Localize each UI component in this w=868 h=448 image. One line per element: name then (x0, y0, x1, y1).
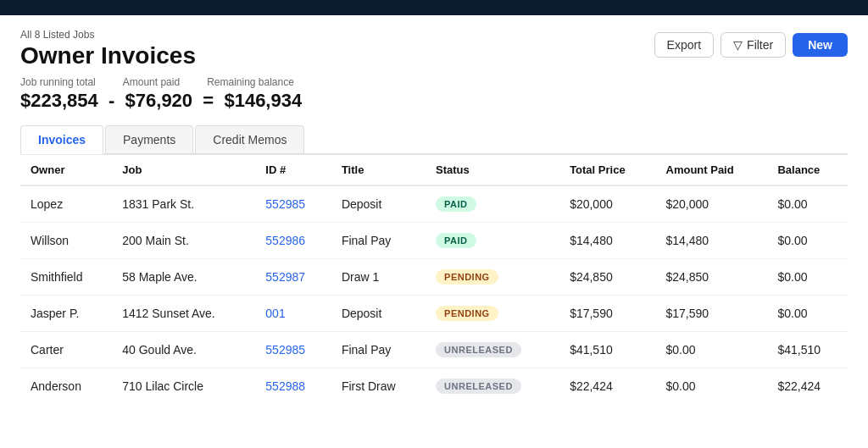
cell-id[interactable]: 552985 (255, 185, 331, 223)
cell-total-price: $17,590 (559, 296, 655, 332)
tabs-row: Invoices Payments Credit Memos (20, 125, 848, 154)
cell-id[interactable]: 552986 (255, 223, 331, 259)
cell-owner: Jasper P. (20, 296, 112, 332)
cell-balance: $0.00 (767, 223, 848, 259)
header-row: All 8 Listed Jobs Owner Invoices Export … (20, 29, 848, 69)
table-row: Jasper P. 1412 Sunset Ave. 001 Deposit P… (20, 296, 848, 332)
page-title: Owner Invoices (20, 42, 196, 69)
export-button[interactable]: Export (654, 32, 714, 58)
cell-status: PENDING (426, 296, 559, 332)
cell-owner: Willson (20, 223, 112, 259)
cell-id[interactable]: 552987 (255, 259, 331, 296)
cell-job: 40 Gould Ave. (112, 332, 255, 368)
cell-amount-paid: $24,850 (656, 259, 768, 296)
tab-credit-memos[interactable]: Credit Memos (195, 125, 304, 153)
summary-section: Job running total Amount paid Remaining … (20, 76, 848, 112)
equals-sign: = (203, 90, 214, 111)
new-label: New (808, 38, 832, 52)
cell-job: 200 Main St. (112, 223, 255, 259)
cell-job: 710 Lilac Circle (112, 368, 255, 405)
cell-title: Deposit (331, 296, 426, 332)
new-button[interactable]: New (793, 33, 848, 57)
cell-amount-paid: $0.00 (656, 332, 768, 368)
summary-values: $223,854 - $76,920 = $146,934 (20, 90, 848, 112)
col-title: Title (331, 155, 426, 186)
filter-button[interactable]: ▽ Filter (721, 32, 786, 58)
table-header-row: Owner Job ID # Title Status Total Price … (20, 155, 848, 186)
cell-amount-paid: $14,480 (656, 223, 768, 259)
cell-title: Draw 1 (331, 259, 426, 296)
cell-title: Final Pay (331, 223, 426, 259)
cell-job: 58 Maple Ave. (112, 259, 255, 296)
filter-label: Filter (747, 38, 773, 52)
table-row: Carter 40 Gould Ave. 552985 Final Pay UN… (20, 332, 848, 368)
filter-icon: ▽ (733, 38, 743, 52)
cell-total-price: $41,510 (559, 332, 655, 368)
cell-amount-paid: $20,000 (656, 185, 768, 223)
export-label: Export (667, 38, 701, 52)
label-amount-paid: Amount paid (123, 76, 180, 88)
cell-title: Final Pay (331, 332, 426, 368)
cell-id[interactable]: 552985 (255, 332, 331, 368)
cell-job: 1831 Park St. (112, 185, 255, 223)
label-running-total: Job running total (20, 76, 96, 88)
col-id: ID # (255, 155, 331, 186)
top-bar (0, 0, 868, 15)
cell-amount-paid: $0.00 (656, 368, 768, 405)
cell-balance: $22,424 (767, 368, 848, 405)
cell-owner: Anderson (20, 368, 112, 405)
cell-amount-paid: $17,590 (656, 296, 768, 332)
amount-paid-value: $76,920 (125, 90, 193, 111)
remaining-balance-value: $146,934 (224, 90, 302, 111)
cell-id[interactable]: 552988 (255, 368, 331, 405)
col-amount-paid: Amount Paid (656, 155, 768, 186)
tab-invoices[interactable]: Invoices (20, 125, 103, 154)
invoices-table: Owner Job ID # Title Status Total Price … (20, 154, 848, 404)
table-row: Smithfield 58 Maple Ave. 552987 Draw 1 P… (20, 259, 848, 296)
col-total-price: Total Price (559, 155, 655, 186)
listed-jobs-label: All 8 Listed Jobs (20, 29, 196, 41)
cell-status: PAID (426, 223, 559, 259)
cell-balance: $0.00 (767, 259, 848, 296)
label-remaining-balance: Remaining balance (207, 76, 294, 88)
cell-status: UNRELEASED (426, 332, 559, 368)
cell-status: PAID (426, 185, 559, 223)
cell-id[interactable]: 001 (255, 296, 331, 332)
cell-status: PENDING (426, 259, 559, 296)
cell-owner: Carter (20, 332, 112, 368)
separator1: - (108, 90, 114, 111)
table-row: Willson 200 Main St. 552986 Final Pay PA… (20, 223, 848, 259)
cell-balance: $41,510 (767, 332, 848, 368)
cell-balance: $0.00 (767, 296, 848, 332)
cell-owner: Smithfield (20, 259, 112, 296)
header-buttons: Export ▽ Filter New (654, 32, 848, 58)
cell-total-price: $20,000 (559, 185, 655, 223)
header-left: All 8 Listed Jobs Owner Invoices (20, 29, 196, 69)
cell-status: UNRELEASED (426, 368, 559, 405)
cell-job: 1412 Sunset Ave. (112, 296, 255, 332)
tab-payments[interactable]: Payments (105, 125, 193, 153)
running-total-value: $223,854 (20, 90, 98, 111)
cell-owner: Lopez (20, 185, 112, 223)
col-owner: Owner (20, 155, 112, 186)
table-row: Lopez 1831 Park St. 552985 Deposit PAID … (20, 185, 848, 223)
cell-total-price: $24,850 (559, 259, 655, 296)
cell-total-price: $14,480 (559, 223, 655, 259)
summary-labels: Job running total Amount paid Remaining … (20, 76, 848, 88)
col-status: Status (426, 155, 559, 186)
cell-title: First Draw (331, 368, 426, 405)
col-balance: Balance (767, 155, 848, 186)
cell-title: Deposit (331, 185, 426, 223)
cell-balance: $0.00 (767, 185, 848, 223)
table-row: Anderson 710 Lilac Circle 552988 First D… (20, 368, 848, 405)
col-job: Job (112, 155, 255, 186)
cell-total-price: $22,424 (559, 368, 655, 405)
